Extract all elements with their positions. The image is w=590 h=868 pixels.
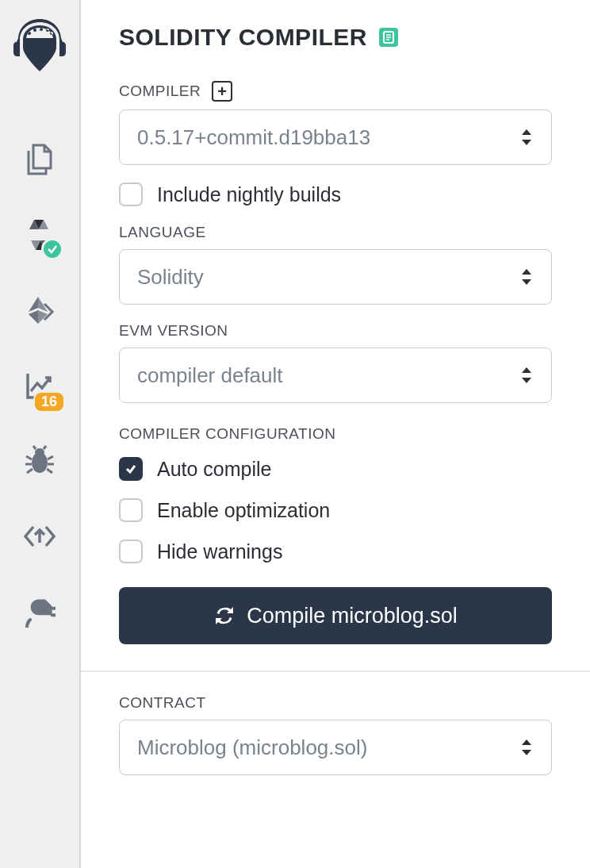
language-selected-value: Solidity	[137, 265, 204, 290]
sidebar-item-plugin-manager[interactable]	[0, 574, 79, 649]
auto-compile-row: Auto compile	[119, 457, 552, 481]
evm-version-label: EVM VERSION	[119, 322, 552, 340]
svg-marker-19	[522, 279, 531, 285]
sidebar: 16	[0, 0, 81, 868]
enable-optimization-label: Enable optimization	[157, 499, 330, 522]
svg-point-11	[35, 448, 44, 456]
enable-optimization-checkbox[interactable]	[119, 498, 143, 522]
svg-marker-22	[522, 739, 531, 745]
svg-marker-8	[29, 310, 38, 324]
plug-icon	[24, 596, 56, 628]
ethereum-icon	[24, 294, 56, 326]
sidebar-item-solidity-static-analysis[interactable]: 16	[0, 348, 79, 423]
caret-sort-icon	[519, 268, 534, 286]
caret-sort-icon	[519, 367, 534, 384]
svg-marker-16	[522, 129, 531, 135]
compiler-panel: SOLIDITY COMPILER COMPILER + 0.5.17+comm…	[81, 0, 590, 868]
divider	[81, 670, 590, 672]
files-icon	[23, 143, 56, 176]
bug-icon	[24, 445, 56, 477]
add-compiler-button[interactable]: +	[212, 81, 232, 102]
svg-marker-6	[29, 297, 38, 312]
app-logo	[12, 16, 67, 78]
auto-compile-checkbox[interactable]	[119, 457, 143, 481]
svg-marker-23	[522, 750, 531, 755]
compiler-config-label: COMPILER CONFIGURATION	[119, 425, 552, 443]
compile-button[interactable]: Compile microblog.sol	[119, 587, 552, 644]
refresh-icon	[213, 605, 236, 627]
nightly-builds-label: Include nightly builds	[157, 183, 341, 206]
contract-label: CONTRACT	[119, 694, 552, 712]
compile-button-label: Compile microblog.sol	[247, 604, 458, 628]
caret-sort-icon	[519, 739, 534, 756]
check-icon	[125, 463, 137, 475]
contract-select[interactable]: Microblog (microblog.sol)	[119, 720, 552, 775]
compiler-selected-value: 0.5.17+commit.d19bba13	[137, 125, 370, 150]
sidebar-item-solidity-compiler[interactable]	[0, 197, 79, 272]
docs-icon[interactable]	[379, 28, 398, 47]
sidebar-item-deploy-run[interactable]	[0, 272, 79, 348]
evm-selected-value: compiler default	[137, 363, 283, 388]
panel-title: SOLIDITY COMPILER	[119, 24, 552, 51]
hide-warnings-label: Hide warnings	[157, 540, 282, 563]
svg-marker-21	[522, 378, 531, 383]
language-label: LANGUAGE	[119, 224, 552, 241]
language-select[interactable]: Solidity	[119, 249, 552, 305]
compile-success-badge	[41, 238, 63, 260]
evm-version-select[interactable]: compiler default	[119, 348, 552, 403]
compiler-select[interactable]: 0.5.17+commit.d19bba13	[119, 109, 552, 165]
deploy-brackets-icon	[22, 520, 57, 552]
hide-warnings-checkbox[interactable]	[119, 540, 143, 563]
auto-compile-label: Auto compile	[157, 458, 272, 481]
sidebar-item-file-explorers[interactable]	[0, 121, 79, 197]
nightly-builds-checkbox[interactable]	[119, 182, 143, 206]
caret-sort-icon	[519, 129, 534, 146]
svg-marker-20	[522, 367, 531, 373]
analysis-count-badge: 16	[33, 391, 65, 413]
compiler-label: COMPILER +	[119, 81, 552, 102]
sidebar-item-deploy[interactable]	[0, 498, 79, 574]
enable-optimization-row: Enable optimization	[119, 498, 552, 522]
panel-title-text: SOLIDITY COMPILER	[119, 24, 367, 51]
svg-marker-17	[522, 140, 531, 145]
svg-marker-18	[522, 269, 531, 275]
sidebar-item-debugger[interactable]	[0, 423, 79, 498]
nightly-builds-row: Include nightly builds	[119, 182, 552, 206]
hide-warnings-row: Hide warnings	[119, 540, 552, 563]
contract-selected-value: Microblog (microblog.sol)	[137, 735, 367, 760]
